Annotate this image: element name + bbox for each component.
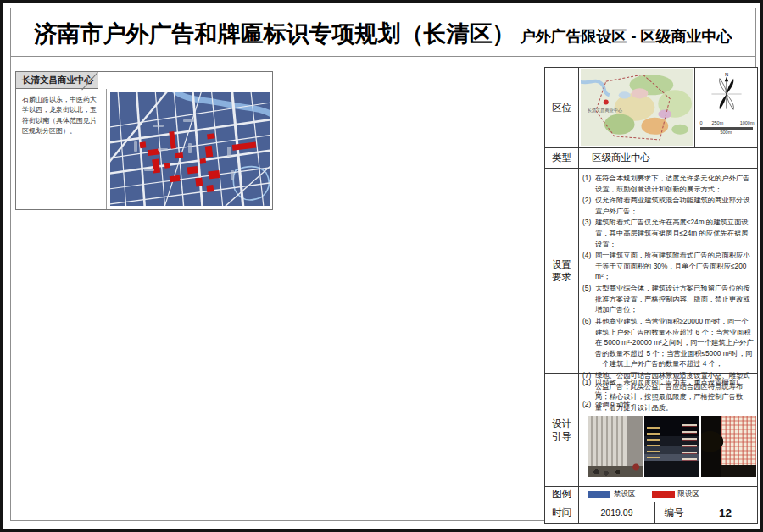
scale-1000: 1000m xyxy=(740,120,755,125)
requirement-item: (4)同一建筑立面，所有建筑附着式广告的总面积应小于等于立面面积的 30%，且单… xyxy=(582,250,754,282)
type-value: 区级商业中心 xyxy=(579,148,757,168)
sheet-header: 济南市户外广告和牌匾标识专项规划（长清区） 户外广告限设区 - 区级商业中心 xyxy=(10,8,756,57)
page-subtitle: 户外广告限设区 - 区级商业中心 xyxy=(521,26,732,47)
row-type: 类型 区级商业中心 xyxy=(545,148,757,169)
row-type-label: 类型 xyxy=(545,148,579,168)
legend-content: 禁设区 限设区 xyxy=(579,487,757,502)
scale-0: 0 xyxy=(700,120,703,125)
mini-map-marker-label: 长清文昌商业中心 xyxy=(588,108,623,114)
row-legend-label: 图例 xyxy=(545,487,579,502)
location-mini-map: 长清文昌商业中心 xyxy=(579,68,695,147)
row-legend: 图例 禁设区 限设区 xyxy=(545,487,757,502)
requirement-item: (2)仅允许附着商业建筑或混合功能建筑的商业部分设置户外广告； xyxy=(582,195,754,216)
row-design-guidance: 设计引导 (1)以精致、亲切尺度的广告为主，重点设置橱窗广告； (2)强调互动性… xyxy=(545,374,757,487)
compass-and-scale: N 0 250m 1000m 500m xyxy=(695,68,757,147)
panel-vertical-divider xyxy=(106,89,107,209)
restricted-zone-label: 限设区 xyxy=(678,490,700,500)
row-location: 区位 xyxy=(545,68,757,148)
guidance-content: (1)以精致、亲切尺度的广告为主，重点设置橱窗广告； (2)强调互动性。 xyxy=(579,374,757,486)
reference-photo-street-night xyxy=(644,416,699,477)
scale-bar: 0 250m 1000m 500m xyxy=(700,120,753,136)
requirement-item: (6)其他商业建筑，当营业面积≥20000 m²时，同一个建筑上户外广告的数量不… xyxy=(582,316,754,369)
svg-text:N: N xyxy=(724,72,727,77)
row-requirements: 设置要求 (1)在符合本规划要求下，适度允许多元化的户外广告设置，鼓励创意设计和… xyxy=(545,169,757,374)
district-boundary-description: 石麟山路以东，中医药大学以西，龙泉街以北，玉符街以南（具体范围见片区规划分区图）… xyxy=(16,90,105,142)
code-label: 编号 xyxy=(655,502,693,523)
type-content: 区级商业中心 xyxy=(579,148,757,168)
landuse-map-graphic: 长清文昌商业中心 xyxy=(581,69,693,146)
requirement-item: (1)在符合本规划要求下，适度允许多元化的户外广告设置，鼓励创意设计和创新的展示… xyxy=(582,173,754,194)
district-detail-panel: 长清文昌商业中心 石麟山路以东，中医药大学以西，龙泉街以北，玉符街以南（具体范围… xyxy=(15,71,273,210)
reference-photo-street-day xyxy=(588,416,643,477)
north-compass-icon: N xyxy=(708,70,745,118)
code-value: 12 xyxy=(693,502,757,523)
scale-500: 500m xyxy=(721,130,732,135)
forbidden-zone-swatch xyxy=(588,491,610,498)
reference-photos xyxy=(588,416,756,477)
attribute-table: 区位 xyxy=(544,67,758,524)
plan-sheet: 济南市户外广告和牌匾标识专项规划（长清区） 户外广告限设区 - 区级商业中心 长… xyxy=(0,0,763,532)
row-location-label: 区位 xyxy=(545,68,579,147)
guidance-list: (1)以精致、亲切尺度的广告为主，重点设置橱窗广告； (2)强调互动性。 xyxy=(579,374,757,410)
district-tab: 长清文昌商业中心 xyxy=(15,71,98,89)
district-tab-label: 长清文昌商业中心 xyxy=(22,75,93,86)
scale-250: 250m xyxy=(712,120,724,125)
row-design-guidance-label: 设计引导 xyxy=(545,374,579,486)
zone-street-map xyxy=(110,92,270,206)
legend-item-restricted: 限设区 xyxy=(652,490,700,500)
reference-photo-facade-night xyxy=(701,416,756,477)
restricted-zone-swatch xyxy=(652,491,675,498)
zone-map-graphic xyxy=(110,92,270,206)
guidance-item: (2)强调互动性。 xyxy=(582,399,754,410)
row-time: 时间 2019.09 编号 12 xyxy=(545,502,757,523)
time-content: 2019.09 编号 12 xyxy=(579,502,757,523)
page-title: 济南市户外广告和牌匾标识专项规划（长清区） xyxy=(35,19,515,49)
row-time-label: 时间 xyxy=(545,502,579,523)
date-value: 2019.09 xyxy=(579,502,655,523)
forbidden-zone-label: 禁设区 xyxy=(614,490,636,500)
row-requirements-label: 设置要求 xyxy=(545,169,579,373)
guidance-item: (1)以精致、亲切尺度的广告为主，重点设置橱窗广告； xyxy=(582,377,754,398)
location-content: 长清文昌商业中心 N 0 xyxy=(579,68,757,147)
center-marker-dot xyxy=(604,99,609,104)
requirement-item: (3)建筑附着式广告仅允许在高度≤24m 的建筑立面设置，其中高层建筑有裙房且≤… xyxy=(582,217,754,249)
requirement-item: (5)大型商业综合体，建筑设计方案已预留广告位的按批准方案设置，严格控制内容、版… xyxy=(582,283,754,315)
legend-item-forbidden: 禁设区 xyxy=(588,490,636,500)
requirements-content: (1)在符合本规划要求下，适度允许多元化的户外广告设置，鼓励创意设计和创新的展示… xyxy=(579,169,757,373)
